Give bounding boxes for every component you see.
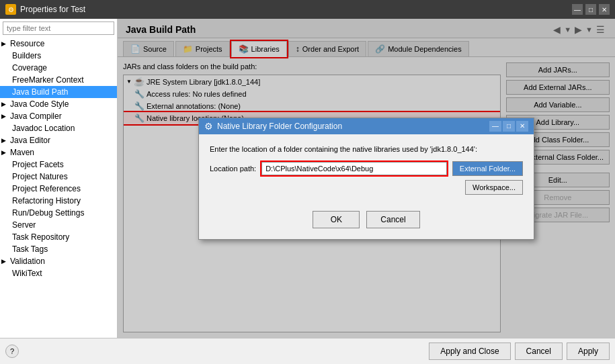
sidebar-label-project-facets: Project Facets [12,160,64,169]
sidebar-item-project-natures[interactable]: Project Natures [0,171,117,183]
title-bar: ⚙ Properties for Test — □ ✕ [0,0,615,19]
sidebar-label-run-debug: Run/Debug Settings [12,208,84,218]
sidebar-item-maven[interactable]: ▶ Maven [0,146,117,158]
sidebar-item-resource[interactable]: ▶ Resource [0,38,117,50]
right-panel: Java Build Path ◀ ▼ ▶ ▼ ☰ 📄 Source 📁 Pro… [118,19,615,338]
dialog-title-left: ⚙ Native Library Folder Configuration [204,121,342,132]
sidebar-label-java-build-path: Java Build Path [12,87,68,97]
sidebar-item-task-repository[interactable]: Task Repository [0,231,117,243]
dialog-cancel-button[interactable]: Cancel [366,211,419,228]
minimize-button[interactable]: — [572,4,583,15]
bottom-bar: ? Apply and Close Cancel Apply [0,338,615,364]
sidebar-label-builders: Builders [12,51,41,60]
expand-arrow-compiler: ▶ [1,113,8,120]
close-button[interactable]: ✕ [599,4,610,15]
dialog-maximize-button[interactable]: □ [503,121,515,132]
dialog-minimize-button[interactable]: — [489,121,501,132]
sidebar-label-server: Server [12,220,36,230]
content-area: ▶ Resource Builders Coverage FreeMarker … [0,19,615,338]
help-button[interactable]: ? [5,345,19,358]
sidebar-item-wikitext[interactable]: WikiText [0,267,117,279]
dialog-close-button[interactable]: ✕ [516,121,528,132]
sidebar-item-refactoring[interactable]: Refactoring History [0,195,117,207]
bottom-left: ? [5,345,19,358]
sidebar-tree: ▶ Resource Builders Coverage FreeMarker … [0,38,117,338]
sidebar-label-freemarker: FreeMarker Context [12,75,84,85]
sidebar-item-run-debug[interactable]: Run/Debug Settings [0,207,117,219]
sidebar-label-javadoc: Javadoc Location [12,124,75,133]
maximize-button[interactable]: □ [585,4,596,15]
sidebar-label-coverage: Coverage [12,63,47,73]
expand-arrow-editor: ▶ [1,137,8,144]
sidebar-item-server[interactable]: Server [0,219,117,231]
sidebar-label-project-references: Project References [12,184,81,193]
expand-arrow-validation: ▶ [1,258,8,265]
sidebar-item-java-code-style[interactable]: ▶ Java Code Style [0,98,117,110]
sidebar-label-java-code-style: Java Code Style [10,99,69,109]
dialog-field-row: Location path: External Folder... [210,161,523,176]
sidebar-label-project-natures: Project Natures [12,172,68,181]
sidebar-label-resource: Resource [10,39,44,48]
sidebar-item-project-references[interactable]: Project References [0,183,117,195]
sidebar-item-project-facets[interactable]: Project Facets [0,158,117,171]
dialog-ok-button[interactable]: OK [313,211,360,228]
dialog-title-buttons: — □ ✕ [489,121,528,132]
dialog-description: Enter the location of a folder containin… [210,145,523,153]
dialog-overlay: ⚙ Native Library Folder Configuration — … [118,19,615,338]
sidebar-label-task-repository: Task Repository [12,232,69,242]
sidebar-label-task-tags: Task Tags [12,244,48,254]
dialog-buttons: OK Cancel [199,206,534,239]
sidebar-item-java-build-path[interactable]: Java Build Path [0,86,117,98]
cancel-button[interactable]: Cancel [515,343,563,360]
sidebar: ▶ Resource Builders Coverage FreeMarker … [0,19,118,338]
expand-arrow-maven: ▶ [1,149,8,156]
sidebar-item-freemarker[interactable]: FreeMarker Context [0,74,117,86]
main-container: ▶ Resource Builders Coverage FreeMarker … [0,19,615,364]
native-lib-dialog: ⚙ Native Library Folder Configuration — … [198,118,534,240]
sidebar-label-java-editor: Java Editor [10,136,50,145]
sidebar-label-java-compiler: Java Compiler [10,111,62,121]
expand-arrow-code-style: ▶ [1,101,8,107]
expand-arrow-resource: ▶ [1,40,8,47]
sidebar-item-task-tags[interactable]: Task Tags [0,243,117,255]
dialog-external-folder-button[interactable]: External Folder... [452,161,523,176]
dialog-field-label: Location path: [210,165,256,173]
apply-button[interactable]: Apply [567,343,610,360]
dialog-title-icon: ⚙ [204,121,213,132]
dialog-workspace-btn-row: Workspace... [210,180,523,195]
dialog-workspace-button[interactable]: Workspace... [465,180,523,195]
sidebar-item-coverage[interactable]: Coverage [0,62,117,74]
sidebar-label-validation: Validation [10,257,45,266]
sidebar-label-maven: Maven [10,148,34,157]
sidebar-item-javadoc[interactable]: Javadoc Location [0,122,117,134]
sidebar-item-java-compiler[interactable]: ▶ Java Compiler [0,110,117,122]
sidebar-item-builders[interactable]: Builders [0,50,117,62]
apply-and-close-button[interactable]: Apply and Close [429,343,510,360]
dialog-title-bar: ⚙ Native Library Folder Configuration — … [199,118,534,134]
window-title: Properties for Test [20,5,85,14]
filter-input[interactable] [3,21,114,35]
sidebar-item-validation[interactable]: ▶ Validation [0,255,117,267]
dialog-location-input[interactable] [261,162,447,175]
dialog-title-text: Native Library Folder Configuration [217,122,342,131]
app-icon: ⚙ [5,4,16,15]
sidebar-label-wikitext: WikiText [12,269,42,278]
window-controls: — □ ✕ [572,4,610,15]
dialog-content: Enter the location of a folder containin… [199,134,534,206]
sidebar-label-refactoring: Refactoring History [12,196,81,206]
sidebar-item-java-editor[interactable]: ▶ Java Editor [0,134,117,146]
